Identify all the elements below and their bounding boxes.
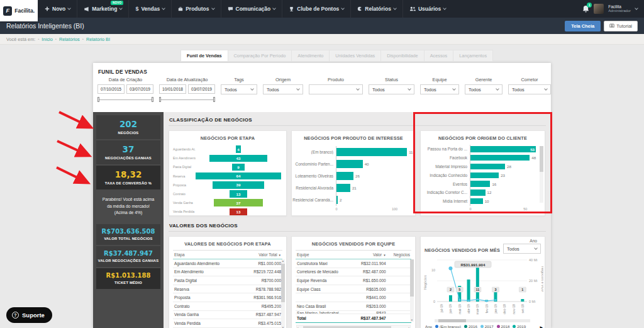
table-row[interactable]: Corretores de MercadoR$2.487.000 — [296, 268, 411, 276]
table-row[interactable]: Venda GanhaR$37.487.947 — [173, 310, 282, 319]
column-header-valor[interactable]: Valor▼ — [352, 251, 387, 259]
table-row[interactable]: Pasta DigitalR$700.000 — [173, 276, 282, 285]
chevron-down-icon[interactable] — [635, 6, 638, 10]
nav-item-novo[interactable]: Novo — [38, 0, 77, 18]
scroll-left-icon[interactable]: ‹ — [297, 325, 299, 328]
table-row[interactable]: Em AtendimentoR$219.722.448 — [173, 268, 282, 276]
hbar-row[interactable]: Loteamento Oliveiras26 — [292, 170, 415, 182]
legend-item-2016[interactable]: 2016 — [464, 324, 477, 328]
hbar-bar[interactable] — [470, 164, 505, 170]
hbar-bar[interactable]: 53 — [470, 146, 536, 152]
data-atualizacao-from-input[interactable] — [159, 84, 186, 94]
nav-item-marketing[interactable]: NOVOMarketing — [77, 0, 128, 18]
tab-funil-de-vendas[interactable]: Funil de Vendas — [180, 50, 228, 62]
funnel-bar[interactable]: 4 — [236, 145, 242, 153]
hbar-row[interactable]: Residencial Alvorada21 — [292, 182, 415, 194]
hbar-bar[interactable] — [336, 172, 353, 180]
table-row[interactable]: ReservaR$78.788.982 — [173, 285, 282, 293]
tab-acessos[interactable]: Acessos — [425, 50, 454, 62]
breadcrumb-link-relatorio-bi[interactable]: Relatório BI — [86, 37, 110, 42]
data-criacao-range-slider[interactable] — [97, 97, 153, 103]
table-row[interactable]: Construtora MaxiR$32.011.904 — [296, 259, 411, 268]
filter-tags-select[interactable]: Todos — [221, 84, 257, 94]
table-row[interactable]: Equipe RevendaR$1.650.000 — [296, 276, 411, 285]
legend-next-icon[interactable]: ▶ — [540, 325, 543, 328]
hbar-bar[interactable] — [336, 196, 338, 204]
scrollbar-thumb[interactable] — [303, 326, 391, 328]
funnel-bar[interactable]: 37 — [214, 199, 264, 206]
hbar-bar[interactable] — [470, 181, 490, 187]
scrollbar-thumb[interactable] — [281, 264, 285, 302]
filter-corretor-select[interactable]: Todos — [508, 84, 551, 94]
notification-bell[interactable]: 1 — [582, 5, 589, 13]
tab-unidades-vendidas[interactable]: Unidades Vendidas — [330, 50, 381, 62]
hbar-row[interactable]: Passou na Porta do ...53 — [421, 145, 538, 154]
slider-handle-left[interactable] — [97, 97, 99, 102]
legend-item-em-branco[interactable]: (Em branco) — [435, 324, 461, 328]
scroll-up-icon[interactable]: ▲ — [281, 259, 285, 263]
funnel-bar[interactable]: 13 — [230, 190, 247, 198]
hbar-bar[interactable] — [336, 160, 363, 168]
nav-item-clube-de-pontos[interactable]: Clube de Pontos — [282, 0, 350, 18]
funnel-bar[interactable]: 13 — [230, 208, 247, 216]
hbar-row[interactable]: Eventos16 — [421, 179, 538, 188]
funnel-bar[interactable]: 39 — [213, 181, 265, 189]
column-header-etapa[interactable]: Etapa — [173, 251, 240, 259]
vertical-scrollbar[interactable]: ▲ ▼ — [281, 259, 285, 328]
table-row[interactable]: Aguardando AtendimentoR$1.000.000 — [173, 259, 282, 268]
hbar-row[interactable]: Condomínio Parten...40 — [292, 158, 415, 170]
support-button[interactable]: ? Suporte — [6, 307, 52, 323]
hbar-row[interactable]: Material Impresso28 — [421, 162, 538, 171]
table-row[interactable]: Equipe ClassR$635.000 — [296, 285, 411, 293]
slider-handle-right[interactable] — [213, 97, 215, 102]
table-row[interactable]: Venda PerdidaR$3.475.015 — [173, 319, 282, 328]
funnel-bar[interactable]: 43 — [209, 155, 267, 162]
hbar-row[interactable]: Indicação Conhecido23 — [421, 171, 538, 179]
scroll-right-icon[interactable]: › — [408, 325, 409, 328]
legend-item-2018[interactable]: 2018 — [497, 324, 510, 328]
funnel-bar[interactable]: 9 — [232, 164, 244, 171]
fullscreen-button[interactable]: Tela Cheia — [565, 21, 601, 31]
table-row[interactable]: PropostaR$361.966.916 — [173, 293, 282, 302]
hbar-bar[interactable] — [470, 155, 530, 161]
nav-item-vendas[interactable]: $Vendas — [128, 0, 171, 18]
scrollbar-thumb[interactable] — [438, 319, 466, 322]
slider-handle-left[interactable] — [159, 97, 161, 102]
nav-item-comunicacao[interactable]: Comunicação — [221, 0, 282, 18]
hbar-row[interactable]: Facebook48 — [421, 154, 538, 162]
vertical-scrollbar[interactable]: ▼ — [410, 259, 414, 322]
filter-produto-select[interactable] — [309, 84, 363, 94]
user-avatar[interactable] — [594, 4, 604, 14]
scroll-down-icon[interactable]: ▼ — [410, 319, 414, 322]
hbar-row[interactable]: Residencial Carandá...2 — [292, 194, 415, 206]
table-row[interactable]: ContratoR$495.200 — [173, 302, 282, 310]
filter-gerente-select[interactable]: Todos — [465, 84, 502, 94]
tab-lancamentos[interactable]: Lançamentos — [453, 50, 493, 62]
table-row[interactable]: R$441.000 — [296, 293, 411, 302]
tutorial-button[interactable]: Tutorial — [604, 21, 638, 31]
breadcrumb-link-relatorios[interactable]: Relatórios — [59, 37, 80, 42]
tab-atendimento[interactable]: Atendimento — [292, 50, 330, 62]
nav-item-produtos[interactable]: Produtos — [171, 0, 220, 18]
scrollbar-thumb[interactable] — [540, 146, 543, 172]
data-criacao-from-input[interactable] — [97, 84, 125, 94]
filter-status-select[interactable]: Todos — [369, 84, 414, 94]
column-header-negocios[interactable]: Negócios — [387, 251, 411, 259]
hbar-bar[interactable] — [470, 189, 486, 196]
horizontal-scrollbar[interactable]: ‹ › — [296, 325, 411, 328]
slider-handle-right[interactable] — [152, 97, 153, 102]
hbar-bar[interactable] — [336, 184, 350, 192]
data-atualizacao-range-slider[interactable] — [159, 97, 215, 103]
funnel-bar[interactable]: 64 — [196, 172, 281, 180]
app-logo[interactable]: F Facilita. — [0, 0, 38, 21]
tab-disponibilidade[interactable]: Disponibilidade — [381, 50, 425, 62]
hbar-row[interactable]: (Em branco)113 — [292, 146, 415, 158]
data-criacao-to-input[interactable] — [126, 84, 153, 94]
tab-comparacao-por-periodo[interactable]: Comparação Por Período — [228, 50, 292, 62]
vertical-scrollbar[interactable] — [540, 146, 543, 203]
data-atualizacao-to-input[interactable] — [188, 84, 215, 94]
scrollbar-thumb[interactable] — [410, 259, 414, 297]
nav-item-usuarios[interactable]: Usuários — [402, 0, 452, 18]
table-row[interactable]: Neo Casa BrasilR$263.000 — [296, 302, 411, 310]
column-header-equipe[interactable]: Equipe — [296, 251, 352, 259]
